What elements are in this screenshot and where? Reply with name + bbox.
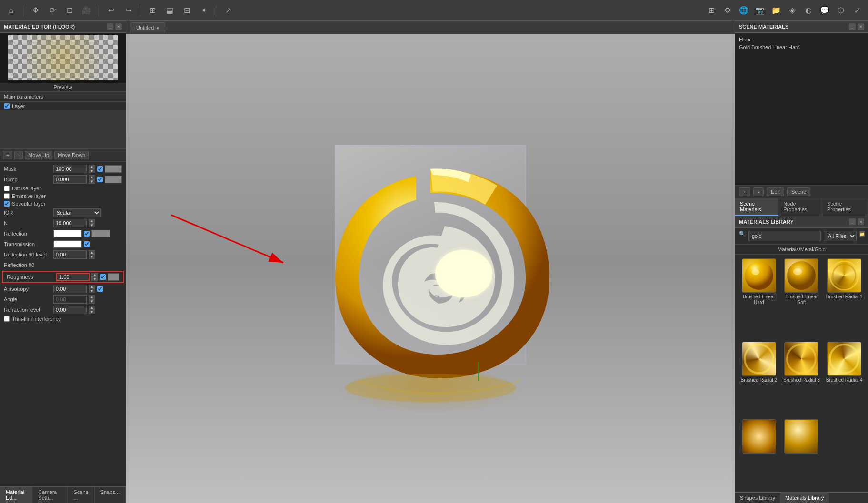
material-icon[interactable]: ◈ bbox=[785, 3, 799, 18]
close-button[interactable]: × bbox=[115, 23, 122, 30]
roughness-input[interactable]: 1.00 bbox=[56, 273, 90, 281]
render-icon[interactable]: ◐ bbox=[801, 3, 816, 18]
settings-icon[interactable]: ⚙ bbox=[720, 3, 735, 18]
move-down-button[interactable]: Move Down bbox=[54, 151, 89, 159]
remove-material-button[interactable]: - bbox=[753, 187, 764, 196]
fullscreen-icon[interactable]: ⤢ bbox=[850, 3, 864, 18]
roughness-down[interactable]: ▼ bbox=[91, 277, 98, 281]
camera-icon[interactable]: 🎥 bbox=[80, 3, 94, 18]
mask-swatch[interactable] bbox=[105, 165, 122, 173]
distribute-icon[interactable]: ⊟ bbox=[180, 3, 194, 18]
anisotropy-input[interactable]: 0.00 bbox=[53, 285, 87, 293]
angle-down[interactable]: ▼ bbox=[89, 299, 95, 304]
viewport-tab-untitled[interactable]: Untitled ● bbox=[130, 22, 165, 32]
undo-icon[interactable]: ↩ bbox=[104, 3, 118, 18]
viewport-tab-close[interactable]: ● bbox=[156, 25, 159, 30]
material-brushed-linear-hard[interactable]: Brushed Linear Hard bbox=[739, 258, 779, 339]
material-brushed-linear-soft[interactable]: Brushed Linear Soft bbox=[782, 258, 822, 339]
material-brushed-radial-2[interactable]: Brushed Radial 2 bbox=[739, 342, 779, 416]
material-brushed-radial-1[interactable]: Brushed Radial 1 bbox=[824, 258, 864, 339]
roughness-up[interactable]: ▲ bbox=[91, 273, 98, 277]
diffuse-layer-checkbox[interactable] bbox=[4, 186, 10, 191]
angle-up[interactable]: ▲ bbox=[89, 295, 95, 299]
tab-scene-properties[interactable]: Scene Properties bbox=[822, 198, 868, 216]
n-input[interactable]: 10.000 bbox=[53, 219, 87, 227]
tab-camera-settings[interactable]: Camera Setti... bbox=[32, 487, 68, 503]
anisotropy-up[interactable]: ▲ bbox=[89, 285, 95, 289]
anisotropy-down[interactable]: ▼ bbox=[89, 289, 95, 293]
lib-filter-select[interactable]: All Files bbox=[824, 231, 857, 241]
material-other-1[interactable] bbox=[739, 419, 779, 488]
camera2-icon[interactable]: 📷 bbox=[753, 3, 767, 18]
redo-icon[interactable]: ↪ bbox=[121, 3, 135, 18]
r90l-up[interactable]: ▲ bbox=[89, 250, 95, 255]
tab-shapes-library[interactable]: Shapes Library bbox=[735, 493, 780, 503]
tab-materials-library[interactable]: Materials Library bbox=[780, 493, 829, 503]
n-up[interactable]: ▲ bbox=[89, 219, 95, 223]
bump-checkbox[interactable] bbox=[97, 177, 103, 182]
object-icon[interactable]: ⬡ bbox=[834, 3, 848, 18]
align-icon[interactable]: ⬓ bbox=[162, 3, 177, 18]
reflection-90-level-input[interactable]: 0.00 bbox=[53, 250, 87, 259]
layer-checkbox[interactable] bbox=[4, 103, 10, 109]
bump-swatch[interactable] bbox=[105, 176, 122, 183]
bump-up[interactable]: ▲ bbox=[89, 175, 95, 179]
move-up-button[interactable]: Move Up bbox=[25, 151, 52, 159]
material-other-2[interactable] bbox=[782, 419, 822, 488]
refraction-level-input[interactable]: 0.00 bbox=[53, 306, 87, 314]
mask-input[interactable]: 100.00 bbox=[53, 165, 87, 173]
scene-materials-close[interactable]: × bbox=[858, 23, 864, 30]
minimize-button[interactable]: _ bbox=[107, 23, 113, 30]
tab-snaps[interactable]: Snaps... bbox=[95, 487, 126, 503]
tab-scene-materials[interactable]: Scene Materials bbox=[735, 198, 778, 216]
thin-film-checkbox[interactable] bbox=[4, 316, 10, 322]
tab-material-editor[interactable]: Material Ed... bbox=[0, 487, 32, 503]
anisotropy-checkbox[interactable] bbox=[97, 286, 103, 292]
transmission-swatch[interactable] bbox=[53, 240, 82, 248]
mask-down[interactable]: ▼ bbox=[89, 169, 95, 173]
reflection-checkbox[interactable] bbox=[84, 231, 90, 237]
tab-node-properties[interactable]: Node Properties bbox=[778, 198, 822, 216]
mask-up[interactable]: ▲ bbox=[89, 165, 95, 169]
mask-checkbox[interactable] bbox=[97, 166, 103, 172]
material-brushed-radial-3[interactable]: Brushed Radial 3 bbox=[782, 342, 822, 416]
layers-icon[interactable]: ⊞ bbox=[704, 3, 718, 18]
ior-select[interactable]: Scalar bbox=[53, 208, 101, 217]
globe-icon[interactable]: 🌐 bbox=[737, 3, 751, 18]
scene-button[interactable]: Scene bbox=[787, 187, 810, 196]
bump-down[interactable]: ▼ bbox=[89, 179, 95, 184]
chat-icon[interactable]: 💬 bbox=[818, 3, 832, 18]
export-icon[interactable]: ↗ bbox=[221, 3, 235, 18]
edit-material-button[interactable]: Edit bbox=[767, 187, 784, 196]
reflection-swatch[interactable] bbox=[53, 230, 82, 237]
refraction-down[interactable]: ▼ bbox=[89, 310, 95, 314]
lib-minimize[interactable]: _ bbox=[849, 218, 856, 225]
add-layer-button[interactable]: + bbox=[3, 151, 12, 159]
add-material-button[interactable]: + bbox=[739, 187, 750, 196]
roughness-checkbox[interactable] bbox=[100, 274, 106, 280]
refraction-up[interactable]: ▲ bbox=[89, 306, 95, 310]
r90l-down[interactable]: ▼ bbox=[89, 255, 95, 259]
n-down[interactable]: ▼ bbox=[89, 223, 95, 227]
move-icon[interactable]: ✥ bbox=[28, 3, 42, 18]
home-icon[interactable]: ⌂ bbox=[4, 3, 18, 18]
lib-search-input[interactable] bbox=[748, 231, 821, 241]
viewport-icon[interactable]: ⊡ bbox=[62, 3, 77, 18]
remove-layer-button[interactable]: - bbox=[14, 151, 23, 159]
lib-folder-icon[interactable]: 📁 bbox=[859, 231, 865, 237]
emissive-layer-checkbox[interactable] bbox=[4, 193, 10, 199]
lib-close[interactable]: × bbox=[858, 218, 864, 225]
rotate-icon[interactable]: ⟳ bbox=[45, 3, 60, 18]
material-brushed-radial-4[interactable]: Brushed Radial 4 bbox=[824, 342, 864, 416]
reflection-swatch2[interactable] bbox=[91, 230, 110, 237]
folder-icon[interactable]: 📁 bbox=[769, 3, 783, 18]
bump-input[interactable]: 0.000 bbox=[53, 175, 87, 184]
transmission-checkbox[interactable] bbox=[84, 241, 90, 247]
scene-materials-minimize[interactable]: _ bbox=[849, 23, 856, 30]
transform-icon[interactable]: ⊞ bbox=[145, 3, 160, 18]
angle-input[interactable]: 0.00 bbox=[53, 295, 87, 304]
light-icon[interactable]: ✦ bbox=[197, 3, 211, 18]
specular-layer-checkbox[interactable] bbox=[4, 201, 10, 207]
scene-mat-floor[interactable]: Floor bbox=[739, 36, 864, 43]
roughness-swatch[interactable] bbox=[108, 273, 119, 281]
